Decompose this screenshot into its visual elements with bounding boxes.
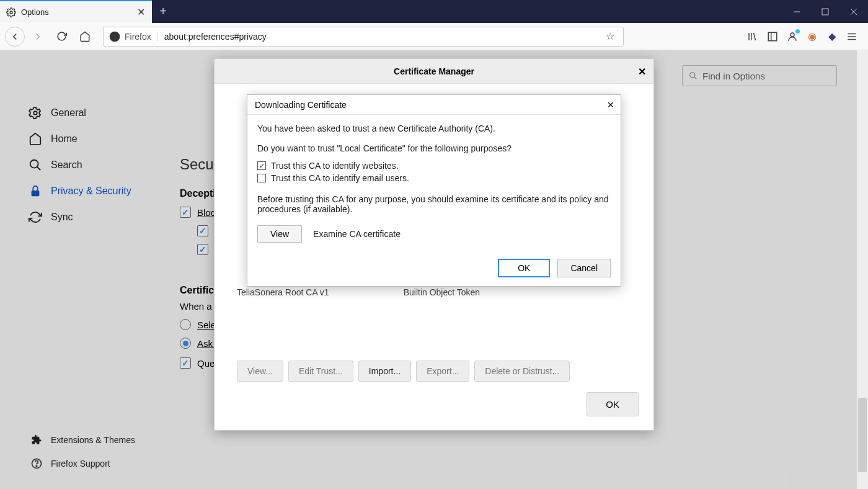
view-button[interactable]: View... — [237, 361, 283, 382]
download-warning: Before trusting this CA for any purpose,… — [257, 194, 611, 214]
download-dialog-footer: OK Cancel — [247, 251, 621, 286]
back-button[interactable] — [5, 27, 25, 47]
titlebar: Options ✕ + — [0, 0, 868, 23]
cert-mgr-ok-button[interactable]: OK — [587, 392, 639, 416]
ok-button[interactable]: OK — [498, 259, 550, 277]
window-close-button[interactable] — [839, 0, 868, 23]
download-certificate-dialog: Downloading Certificate ✕ You have been … — [247, 94, 621, 287]
view-button[interactable]: View — [257, 225, 302, 243]
forward-button[interactable] — [27, 26, 48, 47]
sidebar-icon[interactable] — [766, 30, 779, 43]
extension-icon-2[interactable]: ◆ — [826, 30, 838, 43]
cert-mgr-buttons: View... Edit Trust... Import... Export..… — [237, 361, 570, 382]
checkbox-icon[interactable] — [257, 161, 266, 170]
close-icon[interactable]: ✕ — [638, 65, 646, 77]
library-icon[interactable] — [746, 30, 759, 43]
trust-email-label: Trust this CA to identify email users. — [271, 173, 409, 183]
svg-point-0 — [10, 11, 12, 14]
reload-button[interactable] — [51, 26, 72, 47]
svg-point-11 — [790, 33, 794, 37]
minimize-button[interactable] — [782, 0, 811, 23]
download-line1: You have been asked to trust a new Certi… — [257, 123, 611, 133]
menu-icon[interactable] — [846, 30, 858, 43]
bookmark-star-icon[interactable]: ☆ — [606, 30, 618, 42]
svg-point-5 — [110, 31, 120, 42]
close-icon[interactable]: ✕ — [607, 100, 614, 110]
svg-rect-9 — [768, 32, 777, 41]
toolbar-right-icons: ◉ ◆ — [746, 30, 863, 43]
address-bar[interactable]: Firefox ☆ — [103, 27, 624, 47]
cert-name: TeliaSonera Root CA v1 — [237, 287, 329, 297]
cancel-button[interactable]: Cancel — [557, 259, 611, 277]
cert-mgr-header: Certificate Manager ✕ — [215, 59, 653, 84]
account-icon[interactable] — [786, 30, 799, 43]
export-button[interactable]: Export... — [416, 361, 469, 382]
cert-table-row[interactable]: TeliaSonera Root CA v1 Builtin Object To… — [237, 287, 480, 297]
tab-title: Options — [21, 7, 131, 17]
scrollbar-thumb[interactable] — [858, 398, 867, 472]
identity-label: Firefox — [125, 32, 158, 42]
download-dialog-title: Downloading Certificate — [255, 100, 347, 110]
trust-email-row[interactable]: Trust this CA to identify email users. — [257, 173, 611, 183]
examine-label: Examine CA certificate — [313, 229, 401, 239]
cert-mgr-title: Certificate Manager — [394, 66, 474, 76]
maximize-button[interactable] — [811, 0, 839, 23]
svg-rect-2 — [822, 9, 828, 15]
gear-icon — [6, 7, 16, 17]
url-input[interactable] — [158, 32, 606, 42]
import-button[interactable]: Import... — [358, 361, 411, 382]
browser-tab[interactable]: Options ✕ — [0, 0, 152, 23]
nav-toolbar: Firefox ☆ ◉ ◆ — [0, 23, 868, 50]
edit-trust-button[interactable]: Edit Trust... — [288, 361, 353, 382]
firefox-icon — [108, 30, 121, 43]
svg-line-8 — [754, 33, 756, 40]
download-dialog-body: You have been asked to trust a new Certi… — [247, 115, 621, 251]
download-line2: Do you want to trust "Local Certificate"… — [257, 143, 611, 153]
checkbox-icon[interactable] — [257, 174, 266, 182]
download-dialog-header: Downloading Certificate ✕ — [247, 95, 621, 115]
vertical-scrollbar[interactable] — [857, 50, 868, 489]
extension-icon-1[interactable]: ◉ — [806, 30, 818, 43]
view-row: View Examine CA certificate — [257, 225, 611, 243]
trust-websites-row[interactable]: Trust this CA to identify websites. — [257, 161, 611, 171]
home-button[interactable] — [74, 26, 95, 47]
new-tab-button[interactable]: + — [152, 0, 174, 23]
window-controls — [782, 0, 868, 23]
tab-close-icon[interactable]: ✕ — [136, 7, 146, 17]
trust-websites-label: Trust this CA to identify websites. — [271, 161, 399, 171]
cert-device: Builtin Object Token — [404, 287, 480, 297]
delete-button[interactable]: Delete or Distrust... — [474, 361, 570, 382]
